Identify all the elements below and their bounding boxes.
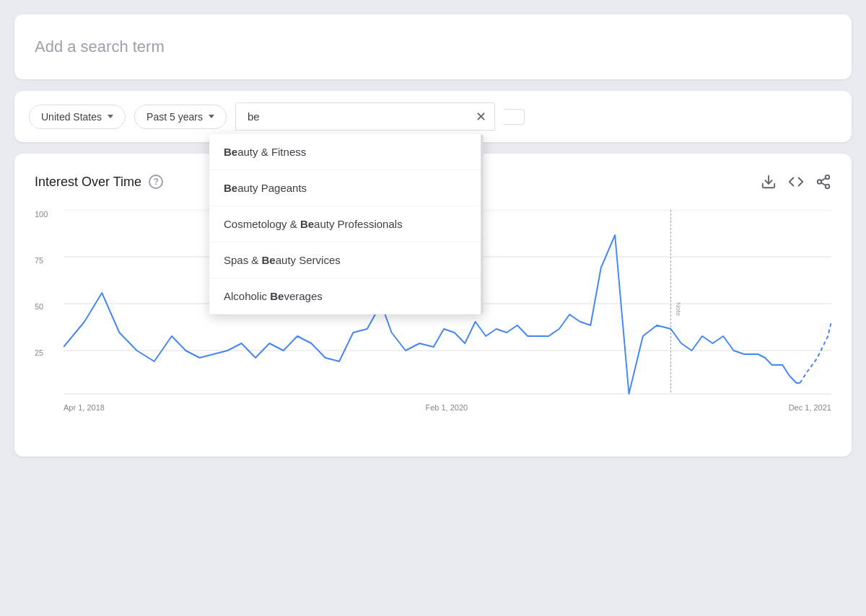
- suffix-4: auty Services: [276, 254, 341, 266]
- suffix-1: auty & Fitness: [237, 146, 306, 158]
- highlight-be-2: Be: [224, 182, 237, 194]
- y-label-50: 50: [35, 302, 61, 311]
- chart-title: Interest Over Time: [35, 175, 141, 190]
- prefix-5: Alcoholic: [224, 290, 270, 302]
- y-label-25: 25: [35, 348, 61, 357]
- dropdown-item-cosmetology[interactable]: Cosmetology & Beauty Professionals: [209, 206, 484, 242]
- highlight-be-3: Be: [300, 218, 314, 230]
- chart-actions: [761, 174, 831, 190]
- download-icon[interactable]: [761, 174, 777, 190]
- suffix-5: verages: [284, 290, 322, 302]
- x-label-apr-2018: Apr 1, 2018: [64, 403, 105, 412]
- dropdown-item-alcoholic[interactable]: Alcoholic Beverages: [209, 278, 484, 314]
- search-placeholder[interactable]: Add a search term: [35, 38, 165, 56]
- search-dropdown-arrow-btn[interactable]: [504, 109, 525, 125]
- clear-search-button[interactable]: ✕: [476, 110, 486, 123]
- share-icon[interactable]: [815, 174, 831, 190]
- highlight-be-4: Be: [262, 254, 276, 266]
- y-label-75: 75: [35, 256, 61, 265]
- svg-text:Note: Note: [675, 302, 682, 316]
- x-label-dec-2021: Dec 1, 2021: [789, 403, 831, 412]
- x-axis-labels: Apr 1, 2018 Feb 1, 2020 Dec 1, 2021: [64, 403, 831, 412]
- embed-icon[interactable]: [788, 174, 804, 190]
- svg-line-5: [821, 178, 826, 181]
- dropdown-item-beauty-pageants[interactable]: Beauty Pageants: [209, 170, 484, 206]
- prefix-3: Cosmetology &: [224, 218, 300, 230]
- highlight-be-5: Be: [270, 290, 284, 302]
- region-label: United States: [41, 111, 102, 123]
- svg-line-4: [821, 182, 826, 185]
- x-label-feb-2020: Feb 1, 2020: [425, 403, 468, 412]
- region-chevron-icon: [108, 115, 113, 118]
- suffix-3: auty Professionals: [314, 218, 403, 230]
- dropdown-item-spas[interactable]: Spas & Beauty Services: [209, 242, 484, 278]
- dropdown-item-beauty-fitness[interactable]: Beauty & Fitness: [209, 134, 484, 170]
- search-box-container: Add a search term: [14, 14, 852, 79]
- time-filter-btn[interactable]: Past 5 years: [134, 105, 227, 129]
- search-term-input[interactable]: [235, 102, 495, 131]
- y-label-100: 100: [35, 210, 61, 219]
- filters-container: United States Past 5 years ✕ Beauty & Fi…: [14, 91, 852, 142]
- time-label: Past 5 years: [146, 111, 203, 123]
- highlight-be-1: Be: [224, 146, 237, 158]
- y-axis-labels: 100 75 50 25: [35, 210, 61, 397]
- info-icon[interactable]: ?: [149, 175, 163, 189]
- chart-title-row: Interest Over Time ?: [35, 175, 163, 190]
- time-chevron-icon: [209, 115, 214, 118]
- dropdown-scrollbar: [481, 134, 484, 314]
- prefix-4: Spas &: [224, 254, 262, 266]
- search-input-wrapper: ✕: [235, 102, 495, 131]
- suffix-2: auty Pageants: [237, 182, 307, 194]
- region-filter-btn[interactable]: United States: [29, 105, 126, 129]
- search-dropdown-menu: Beauty & Fitness Beauty Pageants Cosmeto…: [209, 134, 484, 314]
